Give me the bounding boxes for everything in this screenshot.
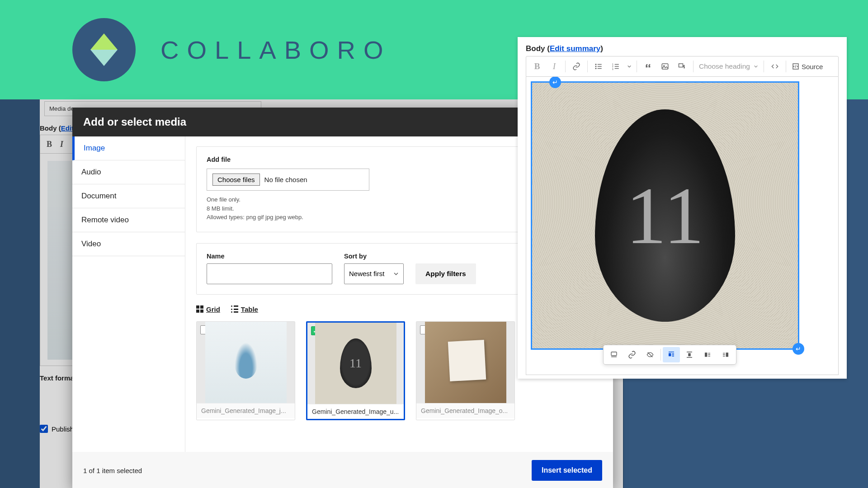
sort-select[interactable]: Newest first	[344, 263, 404, 284]
code-button[interactable]	[767, 58, 783, 75]
link-button[interactable]	[568, 58, 585, 75]
image-link-button[interactable]	[623, 347, 641, 362]
bullet-list-button[interactable]	[590, 58, 607, 75]
file-input-row[interactable]: Choose files No file chosen	[207, 169, 369, 191]
svg-rect-9	[611, 352, 617, 356]
media-type-tabs: Image Audio Document Remote video Video	[72, 136, 185, 452]
grid-icon	[196, 305, 203, 313]
svg-rect-6	[662, 64, 668, 69]
tab-image[interactable]: Image	[72, 136, 185, 160]
toggle-caption-button[interactable]	[605, 347, 623, 362]
media-item[interactable]: ✓ Gemini_Generated_Image_u...	[306, 321, 405, 420]
tab-video[interactable]: Video	[72, 232, 185, 256]
media-button[interactable]	[674, 58, 690, 75]
heading-select[interactable]: Choose heading	[696, 62, 761, 70]
editor-toolbar: B I 123 Choose heading	[526, 56, 839, 77]
svg-rect-8	[679, 64, 683, 67]
align-right-button[interactable]	[717, 347, 734, 362]
edit-summary-link[interactable]: Edit summary	[550, 44, 600, 53]
drag-handle-bottom[interactable]: ↵	[793, 343, 804, 355]
view-grid[interactable]: Grid	[196, 305, 220, 313]
body-editor-card: Body (Edit summary) B I 123 Choose he	[518, 37, 847, 379]
brand-wordmark: COLLABORO	[160, 35, 392, 65]
no-file-text: No file chosen	[264, 176, 307, 183]
align-break-button[interactable]	[663, 347, 680, 362]
blockquote-button[interactable]	[640, 58, 656, 75]
selection-count: 1 of 1 item selected	[83, 467, 142, 474]
bold-button[interactable]: B	[529, 58, 545, 75]
image-float-toolbar	[603, 345, 736, 365]
media-caption: Gemini_Generated_Image_o...	[416, 403, 514, 418]
body-label: Body (Edit summary)	[526, 44, 839, 53]
name-input[interactable]	[207, 263, 332, 284]
brand-logo	[72, 18, 136, 81]
media-caption: Gemini_Generated_Image_u...	[307, 404, 404, 419]
chevron-down-icon	[393, 271, 399, 277]
media-item[interactable]: Gemini_Generated_Image_o...	[416, 321, 515, 420]
choose-files-button[interactable]: Choose files	[212, 174, 260, 186]
svg-point-0	[595, 64, 597, 65]
chevron-down-icon	[754, 64, 758, 69]
svg-point-2	[595, 68, 597, 69]
media-item[interactable]: Gemini_Generated_Image_j...	[196, 321, 295, 420]
view-table[interactable]: Table	[231, 305, 258, 313]
override-button[interactable]	[642, 347, 659, 362]
tab-audio[interactable]: Audio	[72, 160, 185, 184]
align-left-button[interactable]	[699, 347, 716, 362]
inserted-image: 11	[532, 83, 798, 348]
apply-filters-button[interactable]: Apply filters	[415, 263, 476, 284]
svg-rect-13	[726, 352, 728, 357]
tab-document[interactable]: Document	[72, 184, 185, 208]
svg-point-1	[595, 66, 597, 67]
tab-remote-video[interactable]: Remote video	[72, 208, 185, 232]
selected-media-frame[interactable]: ↵ ↵ 11	[531, 81, 799, 350]
svg-rect-12	[705, 352, 707, 357]
name-label: Name	[207, 253, 332, 260]
numbered-list-button[interactable]: 123	[608, 58, 624, 75]
editor-body[interactable]: ↵ ↵ 11	[526, 77, 839, 375]
list-icon	[231, 305, 238, 313]
source-button[interactable]: Source	[789, 58, 826, 75]
svg-rect-10	[669, 353, 671, 357]
svg-text:3: 3	[612, 68, 613, 70]
drag-handle-top[interactable]: ↵	[549, 77, 561, 88]
italic-button[interactable]: I	[546, 58, 562, 75]
image-button[interactable]	[657, 58, 673, 75]
align-center-button[interactable]	[681, 347, 698, 362]
svg-rect-11	[688, 353, 690, 357]
insert-selected-button[interactable]: Insert selected	[532, 460, 602, 481]
modal-footer: 1 of 1 item selected Insert selected	[72, 452, 613, 488]
list-dropdown-button[interactable]	[625, 58, 634, 75]
media-caption: Gemini_Generated_Image_j...	[197, 403, 295, 418]
sort-label: Sort by	[344, 253, 404, 260]
